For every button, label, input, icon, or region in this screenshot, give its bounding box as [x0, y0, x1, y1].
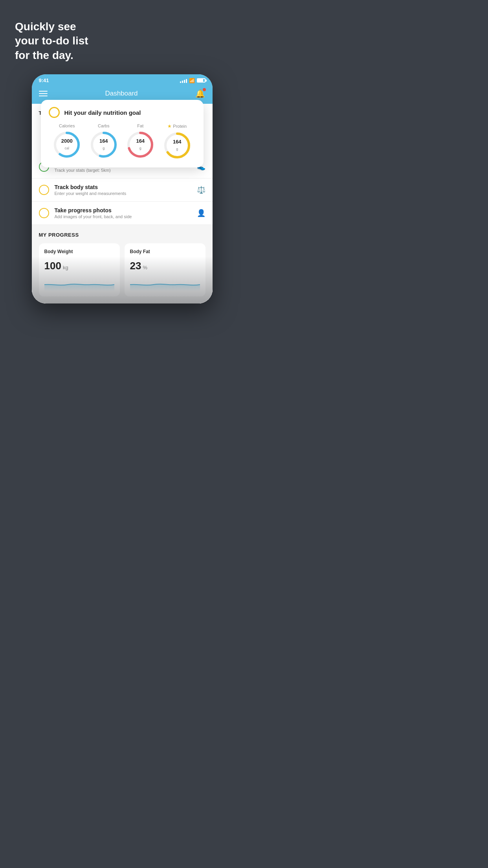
- nutrition-item-calories: Calories 2000 cal: [53, 123, 81, 160]
- progress-cards: Body Weight 100 kg Body Fat 23 %: [39, 243, 205, 296]
- nutrition-card-title: Hit your daily nutrition goal: [64, 109, 141, 116]
- donut-center: 2000 cal: [61, 138, 73, 151]
- donut-center: 164 g: [99, 138, 108, 151]
- donut-chart: 164 g: [126, 131, 154, 159]
- time-display: 9:41: [39, 77, 49, 83]
- nutrition-grid: Calories 2000 cal Carbs 164 g: [49, 123, 196, 160]
- progress-section: MY PROGRESS Body Weight 100 kg Body Fat: [32, 225, 213, 303]
- notification-dot: [203, 88, 206, 91]
- nutrition-label: ★ Protein: [167, 123, 187, 129]
- progress-card-title: Body Weight: [44, 249, 114, 254]
- task-title: Track body stats: [55, 184, 191, 190]
- wifi-icon: 📶: [189, 78, 195, 83]
- battery-icon: [197, 78, 205, 83]
- progress-card-body-fat[interactable]: Body Fat 23 %: [125, 243, 205, 296]
- nutrition-item-carbs: Carbs 164 g: [90, 123, 118, 160]
- phone-mockup: 9:41 📶 Dashboard 🔔: [32, 74, 213, 303]
- mini-chart: [130, 277, 200, 291]
- task-item[interactable]: Track body stats Enter your weight and m…: [32, 178, 213, 202]
- task-info: Track body stats Enter your weight and m…: [55, 184, 191, 196]
- status-bar: 9:41 📶: [32, 74, 213, 85]
- progress-value: 23: [130, 260, 141, 272]
- nutrition-label: Carbs: [98, 123, 109, 128]
- progress-card-body-weight[interactable]: Body Weight 100 kg: [39, 243, 120, 296]
- task-checkbox[interactable]: [39, 208, 49, 218]
- task-subtitle: Track your stats (target: 5km): [55, 168, 191, 173]
- task-item[interactable]: Take progress photos Add images of your …: [32, 202, 213, 225]
- task-icon: 👤: [197, 209, 205, 217]
- progress-card-title: Body Fat: [130, 249, 200, 254]
- nutrition-item-fat: Fat 164 g: [126, 123, 154, 160]
- mini-chart: [44, 277, 114, 291]
- status-icons: 📶: [180, 78, 205, 83]
- donut-chart: 2000 cal: [53, 131, 81, 159]
- nutrition-label: Fat: [137, 123, 143, 128]
- task-icon: ⚖️: [197, 186, 205, 194]
- progress-unit: %: [143, 265, 147, 270]
- task-checkbox[interactable]: [39, 185, 49, 195]
- progress-value-row: 23 %: [130, 260, 200, 272]
- progress-value-row: 100 kg: [44, 260, 114, 272]
- main-content: THINGS TO DO TODAY Hit your daily nutrit…: [32, 104, 213, 303]
- hero-text: Quickly see your to-do list for the day.: [0, 0, 244, 70]
- donut-center: 164 g: [136, 138, 145, 151]
- task-subtitle: Enter your weight and measurements: [55, 191, 191, 196]
- progress-unit: kg: [63, 265, 68, 270]
- progress-header: MY PROGRESS: [39, 232, 205, 238]
- donut-chart: 164 g: [163, 131, 191, 160]
- notifications-button[interactable]: 🔔: [195, 89, 205, 98]
- task-title: Take progress photos: [55, 207, 191, 213]
- nutrition-card: Hit your daily nutrition goal Calories 2…: [41, 100, 204, 167]
- star-icon: ★: [167, 123, 172, 129]
- nutrition-label: Calories: [59, 123, 75, 128]
- menu-button[interactable]: [39, 91, 48, 96]
- task-info: Take progress photos Add images of your …: [55, 207, 191, 219]
- nav-title: Dashboard: [105, 90, 138, 97]
- nutrition-checkbox[interactable]: [49, 107, 60, 118]
- donut-center: 164 g: [173, 139, 182, 152]
- donut-chart: 164 g: [90, 131, 118, 159]
- hero-section: Quickly see your to-do list for the day.: [0, 0, 244, 70]
- progress-value: 100: [44, 260, 61, 272]
- card-title-row: Hit your daily nutrition goal: [49, 107, 196, 118]
- phone-screen: 9:41 📶 Dashboard 🔔: [32, 74, 213, 303]
- nutrition-item-protein: ★ Protein 164 g: [163, 123, 191, 160]
- task-subtitle: Add images of your front, back, and side: [55, 214, 191, 219]
- signal-icon: [180, 78, 187, 83]
